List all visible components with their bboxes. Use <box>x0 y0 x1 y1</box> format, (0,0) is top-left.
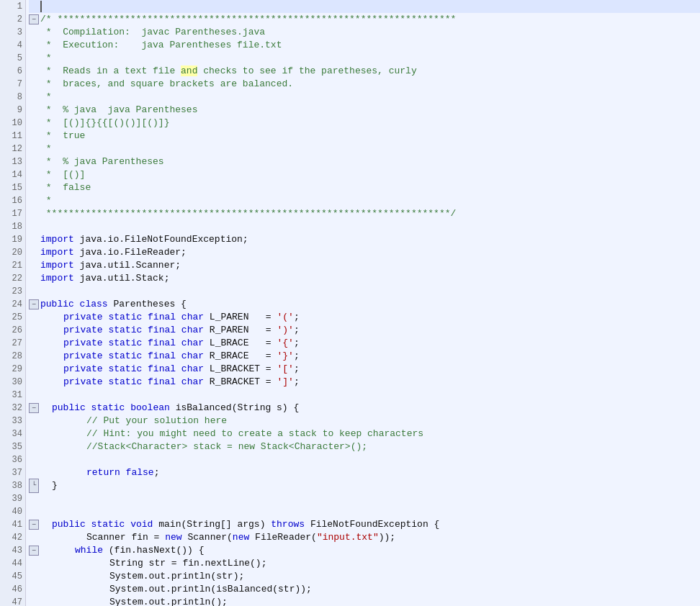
code-line-47: System.out.println(); <box>29 596 700 606</box>
code-line-1 <box>29 0 700 13</box>
code-line-30: private static final char R_BRACKET = ']… <box>29 376 700 389</box>
fold-button-2[interactable]: − <box>29 14 39 24</box>
code-line-27: private static final char L_BRACE = '{'; <box>29 337 700 350</box>
code-line-45: System.out.println(str); <box>29 570 700 583</box>
code-line-8: * <box>29 91 700 104</box>
code-line-24: − public class Parentheses { <box>29 298 700 311</box>
code-line-10: * [()]{}{{[()()][()]} <box>29 117 700 130</box>
code-line-26: private static final char R_PAREN = ')'; <box>29 324 700 337</box>
code-line-35: //Stack<Character> stack = new Stack<Cha… <box>29 440 700 453</box>
code-line-2: − /* ***********************************… <box>29 13 700 26</box>
code-line-16: * <box>29 194 700 207</box>
code-line-37: return false; <box>29 466 700 479</box>
code-line-28: private static final char R_BRACE = '}'; <box>29 350 700 363</box>
code-line-18 <box>29 220 700 233</box>
code-line-23 <box>29 285 700 298</box>
code-line-31 <box>29 389 700 402</box>
code-line-41: − public static void main(String[] args)… <box>29 518 700 531</box>
fold-button-43[interactable]: − <box>29 546 39 556</box>
code-line-19: import java.io.FileNotFoundException; <box>29 233 700 246</box>
code-line-44: String str = fin.nextLine(); <box>29 557 700 570</box>
code-line-38: └ } <box>29 479 700 492</box>
code-line-46: System.out.println(isBalanced(str)); <box>29 583 700 596</box>
code-line-5: * <box>29 52 700 65</box>
code-line-22: import java.util.Stack; <box>29 272 700 285</box>
code-line-3: * Compilation: javac Parentheses.java <box>29 26 700 39</box>
code-line-6: * Reads in a text file and checks to see… <box>29 65 700 78</box>
code-line-33: // Put your solution here <box>29 415 700 428</box>
code-line-39 <box>29 492 700 505</box>
fold-button-32[interactable]: − <box>29 403 39 413</box>
fold-button-41[interactable]: − <box>29 520 39 530</box>
code-line-11: * true <box>29 130 700 143</box>
code-line-40 <box>29 505 700 518</box>
code-line-4: * Execution: java Parentheses file.txt <box>29 39 700 52</box>
code-line-7: * braces, and square brackets are balanc… <box>29 78 700 91</box>
code-line-17: ****************************************… <box>29 207 700 220</box>
code-area[interactable]: − /* ***********************************… <box>26 0 700 606</box>
code-line-13: * % java Parentheses <box>29 155 700 168</box>
code-line-32: − public static boolean isBalanced(Strin… <box>29 402 700 415</box>
code-line-12: * <box>29 143 700 155</box>
code-line-42: Scanner fin = new Scanner(new FileReader… <box>29 531 700 544</box>
code-line-21: import java.util.Scanner; <box>29 259 700 272</box>
code-line-34: // Hint: you might need to create a stac… <box>29 428 700 440</box>
code-line-29: private static final char L_BRACKET = '[… <box>29 363 700 376</box>
editor-container: 1 2 3 4 5 6 7 8 9 10 11 12 13 14 15 16 1… <box>0 0 700 606</box>
code-line-14: * [()] <box>29 168 700 181</box>
code-line-36 <box>29 453 700 466</box>
code-line-20: import java.io.FileReader; <box>29 246 700 259</box>
code-line-15: * false <box>29 181 700 194</box>
line-numbers: 1 2 3 4 5 6 7 8 9 10 11 12 13 14 15 16 1… <box>0 0 26 606</box>
code-line-43: − while (fin.hasNext()) { <box>29 544 700 557</box>
fold-button-24[interactable]: − <box>29 299 39 309</box>
code-line-25: private static final char L_PAREN = '('; <box>29 311 700 324</box>
code-line-9: * % java java Parentheses <box>29 104 700 117</box>
